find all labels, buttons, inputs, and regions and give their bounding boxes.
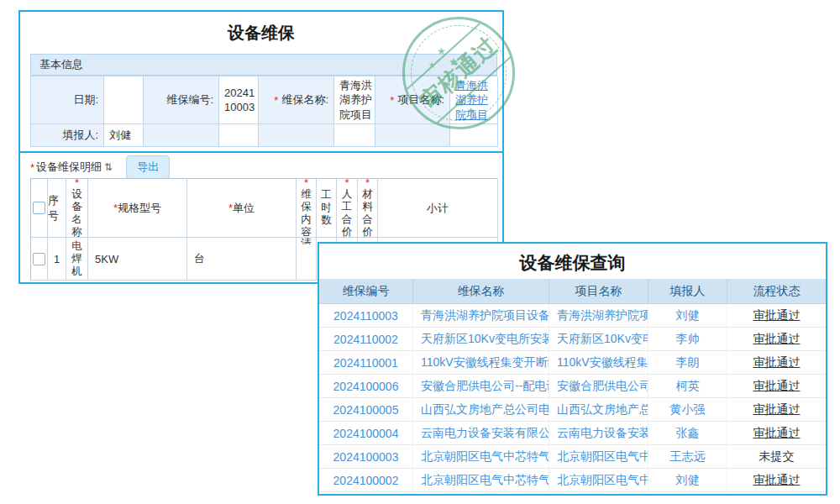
col-maintenance-name: 维保名称	[413, 279, 549, 303]
cell-status[interactable]: 审批通过	[727, 398, 826, 421]
cell-project-name[interactable]: 青海洪湖养护院项目	[549, 304, 648, 327]
col-status: 流程状态	[727, 279, 826, 303]
cell-reporter[interactable]: 李朗	[648, 351, 727, 374]
cell-maintenance-content: 清	[297, 238, 317, 281]
table-row[interactable]: 2024110001 110kV安徽线程集变开断线路 110kV安徽线程集变开断…	[319, 351, 826, 375]
empty-cell	[144, 124, 219, 147]
detail-section-header: * 设备维保明细 ⇅ 导出	[30, 155, 497, 180]
cell-maintenance-name[interactable]: 北京朝阳区电气中芯特气设备	[413, 445, 549, 468]
date-value	[104, 76, 144, 124]
cell-maintenance-no[interactable]: 2024110001	[319, 351, 413, 374]
detail-section-label: 设备维保明细	[36, 160, 102, 175]
required-asterisk: *	[390, 94, 394, 107]
col-maintenance-no: 维保编号	[319, 279, 413, 303]
export-button[interactable]: 导出	[126, 155, 170, 179]
empty-cell	[450, 124, 498, 147]
table-row[interactable]: 2024100005 山西弘文房地产总公司电气设备 山西弘文房地产总公司电气设备…	[319, 398, 826, 422]
cell-seq: 1	[48, 238, 66, 281]
cell-project-name[interactable]: 云南电力设备安装有限公司	[549, 422, 648, 444]
basic-info-section-header: 基本信息	[30, 54, 497, 76]
row-checkbox[interactable]	[33, 253, 45, 265]
col-equipment-name: *设备名称	[66, 179, 88, 238]
basic-info-table: 日期: 维保编号: 2024110003 *维保名称: 青海洪湖养护院项目 *项…	[30, 76, 497, 147]
maintenance-name-value: 青海洪湖养护院项目	[334, 76, 375, 124]
empty-cell	[259, 124, 334, 147]
cell-maintenance-no[interactable]: 2024100005	[319, 398, 413, 421]
table-row[interactable]: 2024100002 北京朝阳区电气中芯特气设备 北京朝阳区电气中芯特气设备 刘…	[319, 469, 826, 492]
required-asterisk: *	[30, 161, 34, 174]
table-row[interactable]: 2024100003 北京朝阳区电气中芯特气设备 北京朝阳区电气中芯特气设备 王…	[319, 445, 826, 469]
cell-project-name[interactable]: 安徽合肥供电公司--配电设备	[549, 375, 648, 397]
project-name-value: 青海洪湖养护院项目	[450, 76, 498, 124]
required-asterisk: *	[274, 94, 278, 107]
cell-spec-model: 5KW	[88, 238, 187, 281]
cell-maintenance-no[interactable]: 2024100004	[319, 422, 413, 444]
cell-status[interactable]: 未提交	[727, 445, 826, 468]
cell-status[interactable]: 审批通过	[727, 375, 826, 397]
cell-status[interactable]: 审批通过	[727, 422, 826, 444]
table-row[interactable]: 2024110003 青海洪湖养护院项目设备维保 青海洪湖养护院项目 刘健 审批…	[319, 304, 826, 328]
col-maintenance-content: *维保内容	[297, 179, 317, 238]
cell-project-name[interactable]: 北京朝阳区电气中芯特气设备	[549, 445, 648, 468]
cell-equipment-name: 电焊机	[66, 238, 88, 281]
cell-reporter[interactable]: 李帅	[648, 328, 727, 350]
col-project-name: 项目名称	[549, 279, 648, 303]
maintenance-name-label: *维保名称:	[259, 76, 334, 124]
cell-maintenance-no[interactable]: 2024100003	[319, 445, 413, 468]
cell-maintenance-name[interactable]: 北京朝阳区电气中芯特气设备	[413, 469, 549, 491]
cell-unit: 台	[187, 238, 297, 281]
cell-maintenance-name[interactable]: 安徽合肥供电公司--配电设备	[413, 375, 549, 397]
cell-maintenance-name[interactable]: 青海洪湖养护院项目设备维保	[413, 304, 549, 327]
cell-project-name[interactable]: 天府新区10Kv变电所安装工程	[549, 328, 648, 350]
cell-maintenance-name[interactable]: 天府新区10Kv变电所安装工程	[413, 328, 549, 350]
cell-status[interactable]: 审批通过	[727, 469, 826, 491]
table-row[interactable]: 2024100006 安徽合肥供电公司--配电设备 安徽合肥供电公司--配电设备…	[319, 375, 826, 398]
query-panel: 设备维保查询 维保编号 维保名称 项目名称 填报人 流程状态 202411000…	[318, 242, 827, 496]
sort-icon[interactable]: ⇅	[104, 161, 113, 173]
project-link[interactable]: 青海洪湖养护院项目	[455, 78, 497, 121]
empty-cell	[219, 124, 259, 147]
empty-cell	[375, 124, 450, 147]
cell-maintenance-no[interactable]: 2024100002	[319, 469, 413, 491]
empty-cell	[334, 124, 375, 147]
col-labor-total: *人工合价	[337, 179, 358, 238]
cell-reporter[interactable]: 王志远	[648, 445, 727, 468]
cell-maintenance-no[interactable]: 2024110002	[319, 328, 413, 350]
cell-project-name[interactable]: 山西弘文房地产总公司电气设备	[549, 398, 648, 421]
cell-maintenance-no[interactable]: 2024110003	[319, 304, 413, 327]
cell-maintenance-no[interactable]: 2024100006	[319, 375, 413, 397]
col-spec-model: *规格型号	[88, 179, 187, 238]
query-table-body: 2024110003 青海洪湖养护院项目设备维保 青海洪湖养护院项目 刘健 审批…	[319, 304, 826, 492]
reporter-value: 刘健	[104, 124, 144, 147]
cell-reporter[interactable]: 张鑫	[648, 422, 727, 444]
date-label: 日期:	[31, 76, 104, 124]
project-name-label: *项目名称:	[375, 76, 450, 124]
cell-reporter[interactable]: 刘健	[648, 304, 727, 327]
screen: 设备维保 基本信息 日期: 维保编号: 2024110003 *维保名称: 青海…	[0, 0, 840, 504]
col-unit: *单位	[187, 179, 297, 238]
table-row[interactable]: 2024100004 云南电力设备安装有限公司 云南电力设备安装有限公司 张鑫 …	[319, 422, 826, 445]
cell-maintenance-name[interactable]: 云南电力设备安装有限公司	[413, 422, 549, 444]
col-material-total: *材料合价	[358, 179, 378, 238]
cell-status[interactable]: 审批通过	[727, 328, 826, 350]
select-all-checkbox[interactable]	[33, 202, 45, 214]
cell-maintenance-name[interactable]: 山西弘文房地产总公司电气设备	[413, 398, 549, 421]
query-title: 设备维保查询	[319, 251, 826, 275]
cell-maintenance-name[interactable]: 110kV安徽线程集变开断线路	[413, 351, 549, 374]
cell-reporter[interactable]: 黄小强	[648, 398, 727, 421]
maintenance-no-value: 2024110003	[219, 76, 259, 124]
maintenance-no-label: 维保编号:	[144, 76, 219, 124]
cell-status[interactable]: 审批通过	[727, 351, 826, 374]
cell-project-name[interactable]: 北京朝阳区电气中芯特气设备	[549, 469, 648, 491]
reporter-label: 填报人:	[31, 124, 104, 147]
col-subtotal: 小计	[378, 179, 498, 238]
col-seq: 序号	[48, 179, 66, 238]
col-reporter: 填报人	[648, 279, 727, 303]
query-table-header: 维保编号 维保名称 项目名称 填报人 流程状态	[319, 279, 826, 304]
cell-status[interactable]: 审批通过	[727, 304, 826, 327]
table-row[interactable]: 2024110002 天府新区10Kv变电所安装工程 天府新区10Kv变电所安装…	[319, 328, 826, 351]
col-work-hours: 工时数	[317, 179, 337, 238]
cell-project-name[interactable]: 110kV安徽线程集变开断线路	[549, 351, 648, 374]
cell-reporter[interactable]: 柯英	[648, 375, 727, 397]
cell-reporter[interactable]: 刘健	[648, 469, 727, 491]
